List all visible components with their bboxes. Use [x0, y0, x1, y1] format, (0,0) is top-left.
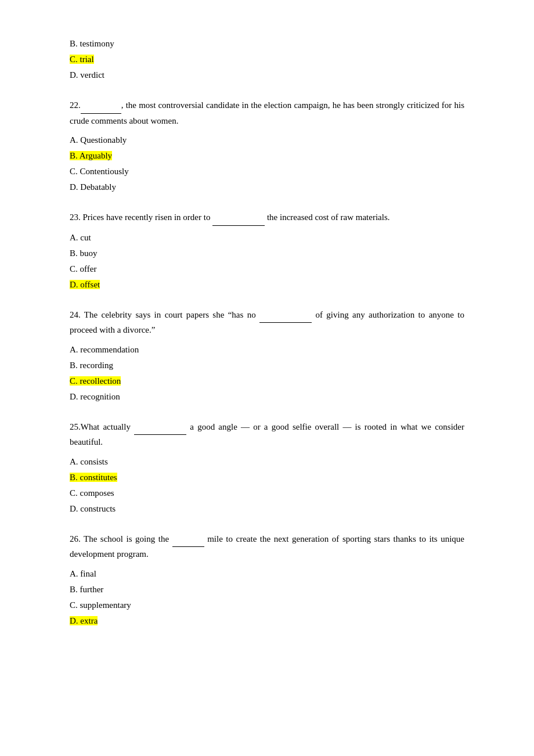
blank-26	[172, 532, 204, 548]
highlight-trial: C. trial	[70, 55, 94, 64]
question-24: 24. The celebrity says in court papers s…	[70, 308, 464, 404]
question-26: 26. The school is going the mile to crea…	[70, 532, 464, 628]
option-22-c: C. Contentiously	[70, 164, 464, 178]
question-25: 25.What actually a good angle — or a goo…	[70, 420, 464, 516]
option-26-a: A. final	[70, 567, 464, 581]
highlight-23-d: D. offset	[70, 280, 100, 289]
blank-24	[259, 308, 312, 323]
highlight-25-b: B. constitutes	[70, 473, 117, 482]
highlight-22-b: B. Arguably	[70, 151, 112, 160]
question-23-text: 23. Prices have recently risen in order …	[70, 210, 464, 226]
option-24-b: B. recording	[70, 358, 464, 372]
option-24-d: D. recognition	[70, 390, 464, 404]
question-22: 22. , the most controversial candidate i…	[70, 98, 464, 194]
option-23-d: D. offset	[70, 278, 464, 291]
option-b-testimony: B. testimony	[70, 37, 464, 51]
option-25-b: B. constitutes	[70, 470, 464, 484]
option-d-verdict: D. verdict	[70, 68, 464, 82]
option-22-d: D. Debatably	[70, 180, 464, 194]
option-25-d: D. constructs	[70, 502, 464, 516]
option-24-c: C. recollection	[70, 374, 464, 388]
option-c-trial: C. trial	[70, 52, 464, 66]
option-25-c: C. composes	[70, 486, 464, 500]
question-partial: B. testimony C. trial D. verdict	[70, 37, 464, 82]
option-24-a: A. recommendation	[70, 343, 464, 357]
question-26-text: 26. The school is going the mile to crea…	[70, 532, 464, 562]
blank-25	[134, 420, 186, 435]
highlight-26-d: D. extra	[70, 616, 98, 625]
question-23: 23. Prices have recently risen in order …	[70, 210, 464, 291]
option-22-b: B. Arguably	[70, 149, 464, 163]
blank-23	[212, 210, 265, 226]
option-23-b: B. buoy	[70, 246, 464, 260]
question-22-text: 22. , the most controversial candidate i…	[70, 98, 464, 128]
option-22-a: A. Questionably	[70, 133, 464, 147]
question-24-text: 24. The celebrity says in court papers s…	[70, 308, 464, 338]
option-26-c: C. supplementary	[70, 598, 464, 612]
option-25-a: A. consists	[70, 455, 464, 469]
option-26-b: B. further	[70, 582, 464, 596]
blank-22	[81, 98, 121, 114]
highlight-24-c: C. recollection	[70, 376, 121, 386]
option-23-a: A. cut	[70, 231, 464, 244]
option-26-d: D. extra	[70, 614, 464, 628]
question-25-text: 25.What actually a good angle — or a goo…	[70, 420, 464, 450]
option-23-c: C. offer	[70, 262, 464, 276]
